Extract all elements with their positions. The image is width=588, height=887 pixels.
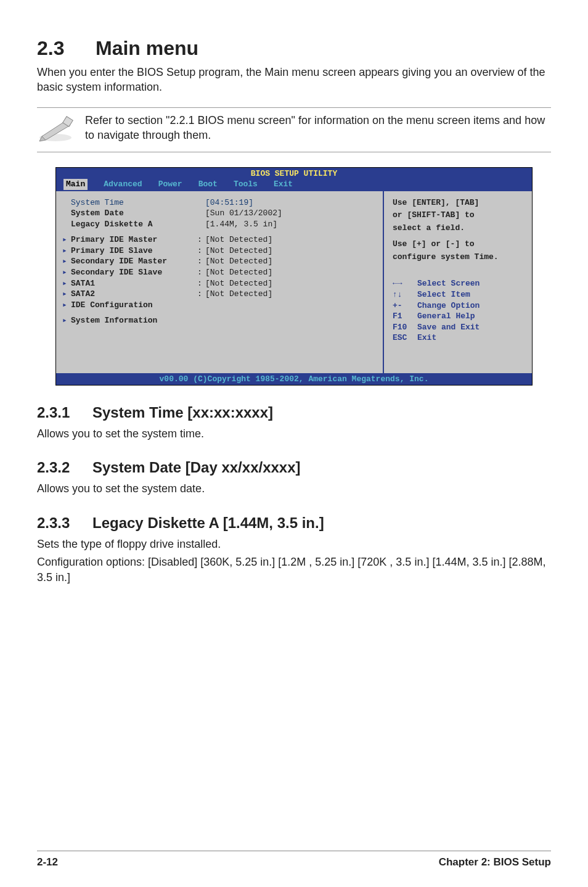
triangle-right-icon: ▸ [62, 278, 71, 289]
section-title: Main menu [96, 37, 198, 59]
sys-info-label: System Information [71, 316, 157, 325]
bios-help-panel: Use [ENTER], [TAB] or [SHIFT-TAB] to sel… [384, 191, 532, 373]
ide-value-1: [Not Detected] [205, 245, 272, 257]
key: F10 [393, 322, 417, 333]
bios-body: System Time[04:51:19] System Date[Sun 01… [56, 191, 532, 373]
subsection-number: 2.3.3 [37, 514, 92, 532]
subsection-number: 2.3.2 [37, 459, 92, 476]
ide-label-4: SATA1 [71, 279, 95, 288]
bios-menu-advanced: Advanced [104, 179, 142, 190]
triangle-right-icon: ▸ [62, 234, 71, 245]
bios-key-legend: ←→Select Screen ↑↓Select Item +-Change O… [393, 278, 525, 343]
ide-value-3: [Not Detected] [205, 267, 272, 278]
bios-left-panel: System Time[04:51:19] System Date[Sun 01… [56, 191, 384, 373]
ide-value-4: [Not Detected] [205, 278, 272, 289]
key: +- [393, 300, 417, 311]
body-text: Sets the type of floppy drive installed. [37, 537, 551, 552]
chapter-title: Chapter 2: BIOS Setup [439, 856, 551, 868]
note-box: Refer to section "2.2.1 BIOS menu screen… [37, 107, 551, 152]
bios-menu-main: Main [63, 179, 88, 190]
bios-menu-power: Power [158, 179, 182, 190]
ide-label-0: Primary IDE Master [71, 235, 157, 244]
page-footer: 2-12 Chapter 2: BIOS Setup [37, 851, 551, 868]
ide-label-3: Secondary IDE Slave [71, 268, 162, 277]
subsection-heading: 2.3.2System Date [Day xx/xx/xxxx] [37, 459, 551, 476]
ide-value-0: [Not Detected] [205, 234, 272, 245]
key: ←→ [393, 278, 417, 289]
bios-screenshot: BIOS SETUP UTILITY Main Advanced Power B… [55, 167, 533, 386]
legacy-label: Legacy Diskette A [71, 220, 153, 229]
section-intro: When you enter the BIOS Setup program, t… [37, 65, 551, 95]
note-text: Refer to section "2.2.1 BIOS menu screen… [85, 113, 551, 143]
body-text: Allows you to set the system date. [37, 481, 551, 497]
subsection-heading: 2.3.3Legacy Diskette A [1.44M, 3.5 in.] [37, 514, 551, 532]
ide-label-5: SATA2 [71, 289, 95, 299]
bios-copyright: v00.00 (C)Copyright 1985-2002, American … [56, 373, 532, 386]
triangle-right-icon: ▸ [62, 267, 71, 278]
help-line: Use [ENTER], [TAB] [393, 197, 525, 208]
triangle-right-icon: ▸ [62, 300, 71, 311]
help-line: configure system Time. [393, 252, 525, 263]
subsection-title: System Date [Day xx/xx/xxxx] [92, 459, 301, 476]
body-text: Allows you to set the system time. [37, 426, 551, 442]
section-number: 2.3 [37, 37, 96, 60]
system-date-value: [Sun 01/13/2002] [205, 208, 282, 219]
bios-menu-tools: Tools [234, 179, 258, 190]
key-desc: Save and Exit [417, 322, 480, 333]
bios-menu-exit: Exit [274, 179, 293, 190]
help-line: or [SHIFT-TAB] to [393, 210, 525, 221]
subsection-heading: 2.3.1System Time [xx:xx:xxxx] [37, 404, 551, 421]
help-line: select a field. [393, 223, 525, 234]
ide-label-1: Primary IDE Slave [71, 246, 153, 255]
key-desc: Select Item [417, 289, 470, 300]
triangle-right-icon: ▸ [62, 245, 71, 257]
key: ↑↓ [393, 289, 417, 300]
legacy-value: [1.44M, 3.5 in] [205, 219, 277, 230]
key: F1 [393, 311, 417, 322]
key-desc: Exit [417, 332, 436, 344]
ide-value-2: [Not Detected] [205, 256, 272, 267]
triangle-right-icon: ▸ [62, 315, 71, 326]
key-desc: General Help [417, 311, 475, 322]
subsection-title: Legacy Diskette A [1.44M, 3.5 in.] [92, 514, 324, 531]
help-line: Use [+] or [-] to [393, 239, 525, 250]
page-number: 2-12 [37, 856, 58, 868]
body-text: Configuration options: [Disabled] [360K,… [37, 555, 551, 585]
pencil-note-icon [37, 113, 74, 146]
system-date-label: System Date [71, 208, 124, 218]
ide-value-5: [Not Detected] [205, 289, 272, 300]
key: ESC [393, 332, 417, 344]
subsection-title: System Time [xx:xx:xxxx] [92, 404, 273, 421]
ide-config-label: IDE Configuration [71, 300, 153, 310]
subsection-number: 2.3.1 [37, 404, 92, 421]
system-time-value: [04:51:19] [205, 197, 253, 208]
bios-menu-boot: Boot [198, 179, 218, 190]
key-desc: Change Option [417, 300, 480, 311]
triangle-right-icon: ▸ [62, 256, 71, 267]
section-heading: 2.3Main menu [37, 37, 551, 60]
triangle-right-icon: ▸ [62, 289, 71, 300]
key-desc: Select Screen [417, 278, 480, 289]
ide-label-2: Secondary IDE Master [71, 257, 167, 266]
system-time-label: System Time [71, 197, 194, 208]
bios-title: BIOS SETUP UTILITY [56, 168, 532, 179]
bios-menu-bar: Main Advanced Power Boot Tools Exit [56, 179, 532, 191]
